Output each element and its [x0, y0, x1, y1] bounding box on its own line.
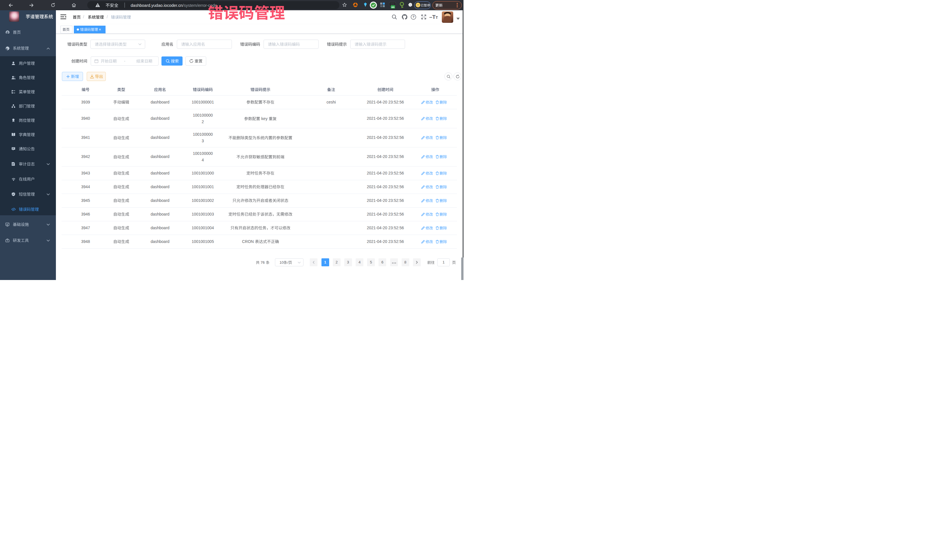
svg-text:on: on — [391, 6, 394, 9]
svg-text:?: ? — [412, 15, 415, 18]
